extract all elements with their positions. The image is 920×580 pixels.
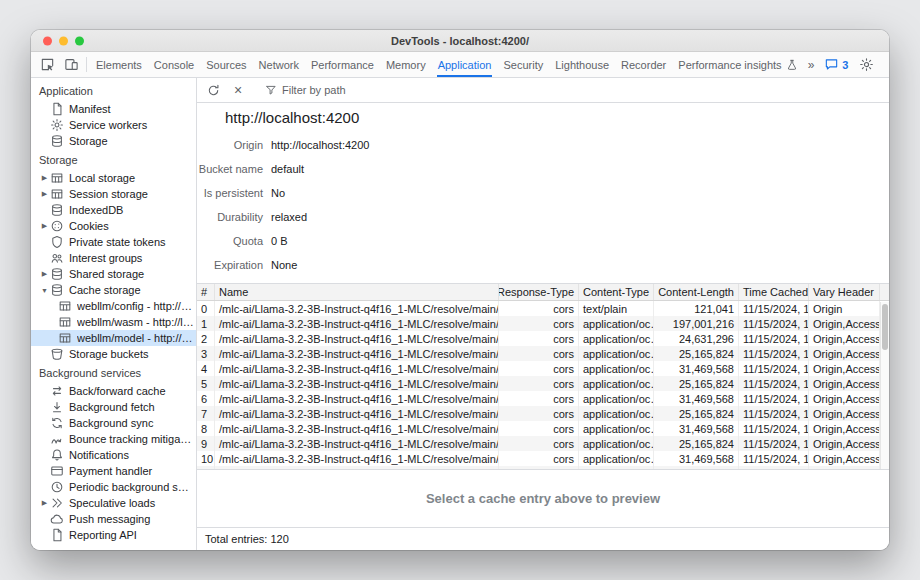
tab-elements[interactable]: Elements bbox=[90, 52, 148, 77]
tab-recorder[interactable]: Recorder bbox=[615, 52, 672, 77]
sidebar-item-session-storage[interactable]: ▶ Session storage bbox=[31, 186, 196, 202]
sidebar-item-local-storage[interactable]: ▶ Local storage bbox=[31, 170, 196, 186]
sidebar-item-cache-storage[interactable]: ▼ Cache storage bbox=[31, 282, 196, 298]
cell-content-length: 31,469,568 bbox=[654, 361, 739, 376]
back-forward-cache-icon bbox=[50, 384, 64, 398]
sidebar-item-shared-storage[interactable]: ▶ Shared storage bbox=[31, 266, 196, 282]
table-scrollbar[interactable] bbox=[880, 302, 889, 469]
cell-time-cached: 11/15/2024, 10… bbox=[739, 451, 809, 466]
sidebar-item-manifest[interactable]: Manifest bbox=[31, 101, 196, 117]
sidebar-item-indexeddb[interactable]: IndexedDB bbox=[31, 202, 196, 218]
sidebar-item-periodic-background-sync[interactable]: Periodic background sync bbox=[31, 479, 196, 495]
settings-gear-icon[interactable] bbox=[854, 57, 878, 72]
tab-performance[interactable]: Performance bbox=[305, 52, 380, 77]
column-header-name[interactable]: Name bbox=[215, 284, 499, 300]
cell-content-length: 31,469,568 bbox=[654, 421, 739, 436]
tab-memory[interactable]: Memory bbox=[380, 52, 432, 77]
column-header-response-type[interactable]: Response-Type bbox=[499, 284, 579, 300]
cell-content-length: 121,041 bbox=[654, 301, 739, 316]
disclosure-arrow-icon[interactable]: ▶ bbox=[39, 190, 50, 198]
table-row[interactable]: 5 /mlc-ai/Llama-3.2-3B-Instruct-q4f16_1-… bbox=[197, 376, 880, 391]
sidebar-item-webllm-config[interactable]: webllm/config - http://loc… bbox=[31, 298, 196, 314]
tab-security[interactable]: Security bbox=[497, 52, 549, 77]
refresh-icon[interactable] bbox=[202, 80, 224, 100]
sidebar-item-bounce-tracking-mitigations[interactable]: Bounce tracking mitigations bbox=[31, 431, 196, 447]
sidebar-item-cookies[interactable]: ▶ Cookies bbox=[31, 218, 196, 234]
console-messages-button[interactable]: 3 bbox=[821, 57, 851, 72]
sidebar-item-push-messaging[interactable]: Push messaging bbox=[31, 511, 196, 527]
column-header-vary-header[interactable]: Vary Header bbox=[809, 284, 880, 300]
service-workers-icon bbox=[50, 118, 64, 132]
sidebar-item-notifications[interactable]: Notifications bbox=[31, 447, 196, 463]
sidebar-item-storage-buckets[interactable]: Storage buckets bbox=[31, 346, 196, 362]
table-row[interactable]: 1 /mlc-ai/Llama-3.2-3B-Instruct-q4f16_1-… bbox=[197, 316, 880, 331]
tab-label: Console bbox=[154, 59, 194, 71]
filter-input[interactable]: Filter by path bbox=[262, 84, 346, 96]
table-row[interactable]: 11 /mlc-ai/Llama-3.2-3B-Instruct-q4f16_1… bbox=[197, 466, 880, 469]
cell-name: /mlc-ai/Llama-3.2-3B-Instruct-q4f16_1-ML… bbox=[215, 406, 499, 421]
sidebar-item-storage[interactable]: Storage bbox=[31, 133, 196, 149]
table-icon bbox=[58, 331, 72, 345]
cell-response-type: cors bbox=[499, 361, 579, 376]
minimize-window-button[interactable] bbox=[59, 36, 68, 45]
sidebar-item-reporting-api[interactable]: Reporting API bbox=[31, 527, 196, 543]
cell-name: /mlc-ai/Llama-3.2-3B-Instruct-q4f16_1-ML… bbox=[215, 376, 499, 391]
table-row[interactable]: 6 /mlc-ai/Llama-3.2-3B-Instruct-q4f16_1-… bbox=[197, 391, 880, 406]
table-row[interactable]: 10 /mlc-ai/Llama-3.2-3B-Instruct-q4f16_1… bbox=[197, 451, 880, 466]
sidebar-item-back-forward-cache[interactable]: Back/forward cache bbox=[31, 383, 196, 399]
disclosure-arrow-icon[interactable]: ▶ bbox=[39, 499, 50, 507]
cell-index: 1 bbox=[197, 316, 215, 331]
table-row[interactable]: 7 /mlc-ai/Llama-3.2-3B-Instruct-q4f16_1-… bbox=[197, 406, 880, 421]
tab-performance-insights[interactable]: Performance insights bbox=[672, 52, 803, 77]
tab-label: Security bbox=[503, 59, 543, 71]
zoom-window-button[interactable] bbox=[75, 36, 84, 45]
cell-name: /mlc-ai/Llama-3.2-3B-Instruct-q4f16_1-ML… bbox=[215, 331, 499, 346]
sidebar-item-payment-handler[interactable]: Payment handler bbox=[31, 463, 196, 479]
sidebar-item-service-workers[interactable]: Service workers bbox=[31, 117, 196, 133]
cell-content-length: 25,165,824 bbox=[654, 376, 739, 391]
scrollbar-thumb[interactable] bbox=[882, 304, 888, 350]
column-header-time-cached[interactable]: Time Cached bbox=[739, 284, 809, 300]
cookie-icon bbox=[50, 219, 64, 233]
delete-selected-icon[interactable]: × bbox=[227, 80, 249, 100]
cell-content-type: application/oc… bbox=[579, 436, 654, 451]
column-header-index[interactable]: # bbox=[197, 284, 215, 300]
sidebar-item-interest-groups[interactable]: Interest groups bbox=[31, 250, 196, 266]
cell-vary-header: Origin,Access… bbox=[809, 466, 880, 469]
tab-label: Lighthouse bbox=[555, 59, 609, 71]
table-row[interactable]: 8 /mlc-ai/Llama-3.2-3B-Instruct-q4f16_1-… bbox=[197, 421, 880, 436]
table-row[interactable]: 3 /mlc-ai/Llama-3.2-3B-Instruct-q4f16_1-… bbox=[197, 346, 880, 361]
table-row[interactable]: 9 /mlc-ai/Llama-3.2-3B-Instruct-q4f16_1-… bbox=[197, 436, 880, 451]
more-tabs-icon[interactable]: » bbox=[804, 58, 819, 72]
sidebar-item-speculative-loads[interactable]: ▶ Speculative loads bbox=[31, 495, 196, 511]
sidebar-item-label: Notifications bbox=[69, 449, 196, 461]
tab-network[interactable]: Network bbox=[253, 52, 305, 77]
sidebar-item-webllm-wasm[interactable]: webllm/wasm - http://loca… bbox=[31, 314, 196, 330]
sync-icon bbox=[50, 416, 64, 430]
sidebar-item-webllm-model[interactable]: webllm/model - http://loc… bbox=[31, 330, 196, 346]
tab-application[interactable]: Application bbox=[432, 52, 498, 77]
disclosure-arrow-icon[interactable]: ▶ bbox=[39, 222, 50, 230]
disclosure-arrow-icon[interactable]: ▶ bbox=[39, 174, 50, 182]
close-window-button[interactable] bbox=[43, 36, 52, 45]
inspect-element-icon[interactable] bbox=[35, 52, 59, 77]
table-row[interactable]: 2 /mlc-ai/Llama-3.2-3B-Instruct-q4f16_1-… bbox=[197, 331, 880, 346]
disclosure-arrow-icon[interactable]: ▼ bbox=[39, 287, 50, 294]
sidebar-item-background-sync[interactable]: Background sync bbox=[31, 415, 196, 431]
tab-sources[interactable]: Sources bbox=[200, 52, 252, 77]
window-title: DevTools - localhost:4200/ bbox=[391, 35, 529, 47]
disclosure-arrow-icon[interactable]: ▶ bbox=[39, 270, 50, 278]
sidebar-item-private-state-tokens[interactable]: Private state tokens bbox=[31, 234, 196, 250]
tab-label: Sources bbox=[206, 59, 246, 71]
report-label: Durability bbox=[197, 211, 263, 223]
column-header-content-type[interactable]: Content-Type bbox=[579, 284, 654, 300]
column-header-content-length[interactable]: Content-Length bbox=[654, 284, 739, 300]
device-toolbar-icon[interactable] bbox=[59, 52, 83, 77]
table-row[interactable]: 4 /mlc-ai/Llama-3.2-3B-Instruct-q4f16_1-… bbox=[197, 361, 880, 376]
table-row[interactable]: 0 /mlc-ai/Llama-3.2-3B-Instruct-q4f16_1-… bbox=[197, 301, 880, 316]
sidebar-item-background-fetch[interactable]: Background fetch bbox=[31, 399, 196, 415]
titlebar[interactable]: DevTools - localhost:4200/ bbox=[31, 30, 889, 52]
more-options-icon[interactable]: ⋮ bbox=[881, 57, 889, 72]
tab-lighthouse[interactable]: Lighthouse bbox=[549, 52, 615, 77]
tab-console[interactable]: Console bbox=[148, 52, 200, 77]
